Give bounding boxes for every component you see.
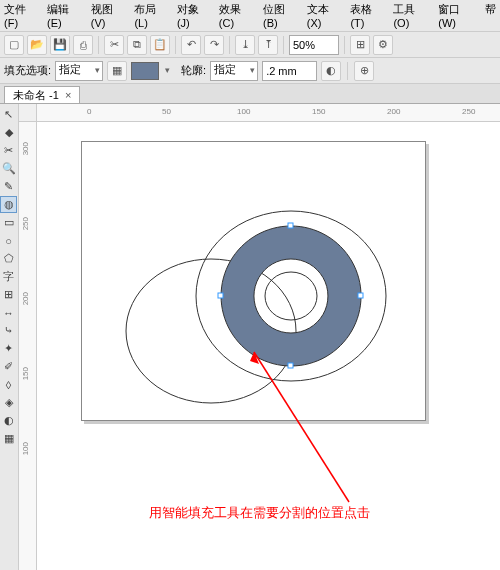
menu-bar: 文件(F) 编辑(E) 视图(V) 布局(L) 对象(J) 效果(C) 位图(B… xyxy=(0,0,500,32)
table-tool-icon[interactable]: ⊞ xyxy=(0,286,17,303)
menu-edit[interactable]: 编辑(E) xyxy=(47,2,83,29)
selection-handle[interactable] xyxy=(288,223,293,228)
export-icon[interactable]: ⤒ xyxy=(258,35,278,55)
vertical-ruler[interactable]: 300 250 200 150 100 xyxy=(19,122,37,570)
document-tabs: 未命名 -1 × xyxy=(0,84,500,104)
zoom-tool-icon[interactable]: 🔍 xyxy=(0,160,17,177)
document-tab[interactable]: 未命名 -1 × xyxy=(4,86,80,103)
effects-tool-icon[interactable]: ✦ xyxy=(0,340,17,357)
menu-text[interactable]: 文本(X) xyxy=(307,2,343,29)
fill-tool-icon[interactable]: ◈ xyxy=(0,394,17,411)
property-bar: 填充选项: 指定 ▦ 轮廓: 指定 ◐ ⊕ xyxy=(0,58,500,84)
options-icon[interactable]: ⚙ xyxy=(373,35,393,55)
outline-tool-icon[interactable]: ◊ xyxy=(0,376,17,393)
selection-handle[interactable] xyxy=(358,293,363,298)
interactive-fill-icon[interactable]: ◐ xyxy=(0,412,17,429)
menu-file[interactable]: 文件(F) xyxy=(4,2,39,29)
connector-tool-icon[interactable]: ⤷ xyxy=(0,322,17,339)
fill-mode-dropdown[interactable]: 指定 xyxy=(55,61,103,81)
standard-toolbar: ▢ 📂 💾 ⎙ ✂ ⧉ 📋 ↶ ↷ ⤓ ⤒ ⊞ ⚙ xyxy=(0,32,500,58)
menu-help[interactable]: 帮 xyxy=(485,2,496,29)
outline-color-icon[interactable]: ◐ xyxy=(321,61,341,81)
toolbox: ↖ ◆ ✂ 🔍 ✎ ◍ ▭ ○ ⬠ 字 ⊞ ↔ ⤷ ✦ ✐ ◊ ◈ ◐ ▦ xyxy=(0,104,19,570)
menu-tools[interactable]: 工具(O) xyxy=(393,2,430,29)
print-icon[interactable]: ⎙ xyxy=(73,35,93,55)
inner-ellipse-shape[interactable] xyxy=(265,272,317,320)
ring-shape-selected[interactable] xyxy=(221,226,361,366)
freehand-tool-icon[interactable]: ✎ xyxy=(0,178,17,195)
fill-color-swatch[interactable] xyxy=(131,62,159,80)
menu-effects[interactable]: 效果(C) xyxy=(219,2,255,29)
open-icon[interactable]: 📂 xyxy=(27,35,47,55)
menu-object[interactable]: 对象(J) xyxy=(177,2,211,29)
selection-handle[interactable] xyxy=(288,363,293,368)
crop-tool-icon[interactable]: ✂ xyxy=(0,142,17,159)
fill-options-label: 填充选项: xyxy=(4,63,51,78)
snap-icon[interactable]: ⊞ xyxy=(350,35,370,55)
menu-layout[interactable]: 布局(L) xyxy=(134,2,168,29)
fill-type-icon[interactable]: ▦ xyxy=(107,61,127,81)
polygon-tool-icon[interactable]: ⬠ xyxy=(0,250,17,267)
menu-table[interactable]: 表格(T) xyxy=(350,2,385,29)
save-icon[interactable]: 💾 xyxy=(50,35,70,55)
eyedropper-tool-icon[interactable]: ✐ xyxy=(0,358,17,375)
ellipse-tool-icon[interactable]: ○ xyxy=(0,232,17,249)
horizontal-ruler[interactable]: 0 50 100 150 200 250 xyxy=(37,104,500,122)
dimension-tool-icon[interactable]: ↔ xyxy=(0,304,17,321)
shape-tool-icon[interactable]: ◆ xyxy=(0,124,17,141)
mesh-fill-icon[interactable]: ▦ xyxy=(0,430,17,447)
new-icon[interactable]: ▢ xyxy=(4,35,24,55)
outline-mode-dropdown[interactable]: 指定 xyxy=(210,61,258,81)
vector-drawing xyxy=(81,141,426,421)
tab-label: 未命名 -1 xyxy=(13,89,59,101)
cut-icon[interactable]: ✂ xyxy=(104,35,124,55)
outline-label: 轮廓: xyxy=(181,63,206,78)
copy-icon[interactable]: ⧉ xyxy=(127,35,147,55)
selection-handle[interactable] xyxy=(218,293,223,298)
ruler-origin[interactable] xyxy=(19,104,37,122)
annotation-text: 用智能填充工具在需要分割的位置点击 xyxy=(149,504,370,522)
menu-view[interactable]: 视图(V) xyxy=(91,2,127,29)
undo-icon[interactable]: ↶ xyxy=(181,35,201,55)
smart-fill-tool-icon[interactable]: ◍ xyxy=(0,196,17,213)
outline-width-input[interactable] xyxy=(262,61,317,81)
redo-icon[interactable]: ↷ xyxy=(204,35,224,55)
rectangle-tool-icon[interactable]: ▭ xyxy=(0,214,17,231)
text-tool-icon[interactable]: 字 xyxy=(0,268,17,285)
pick-tool-icon[interactable]: ↖ xyxy=(0,106,17,123)
canvas-area[interactable]: 0 50 100 150 200 250 300 250 200 150 100 xyxy=(19,104,500,570)
paste-icon[interactable]: 📋 xyxy=(150,35,170,55)
menu-window[interactable]: 窗口(W) xyxy=(438,2,477,29)
zoom-level-input[interactable] xyxy=(289,35,339,55)
add-icon[interactable]: ⊕ xyxy=(354,61,374,81)
import-icon[interactable]: ⤓ xyxy=(235,35,255,55)
close-icon[interactable]: × xyxy=(65,89,71,101)
workspace: ↖ ◆ ✂ 🔍 ✎ ◍ ▭ ○ ⬠ 字 ⊞ ↔ ⤷ ✦ ✐ ◊ ◈ ◐ ▦ 0 … xyxy=(0,104,500,570)
menu-bitmap[interactable]: 位图(B) xyxy=(263,2,299,29)
